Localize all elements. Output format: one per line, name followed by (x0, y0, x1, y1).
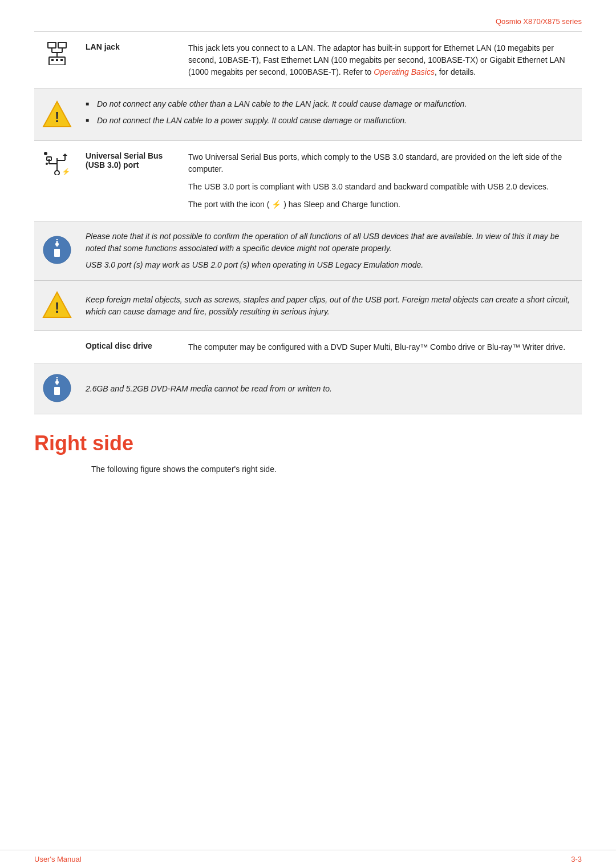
usb-info-content: Please note that it is not possible to c… (80, 221, 582, 281)
svg-rect-0 (48, 42, 56, 48)
usb-desc-1: Two Universal Serial Bus ports, which co… (188, 151, 576, 175)
warning-icon: ! (42, 99, 72, 129)
svg-point-21 (44, 152, 47, 155)
warning-icon-2: ! (42, 290, 72, 320)
dvd-info-icon-cell: i (34, 364, 80, 414)
usb-icon-cell: ⚡ (34, 141, 80, 221)
right-side-heading: Right side (34, 431, 582, 455)
svg-point-20 (46, 163, 48, 165)
lan-jack-row: LAN jack This jack lets you connect to a… (34, 32, 582, 89)
usb-warning-row: ! Keep foreign metal objects, such as sc… (34, 281, 582, 331)
svg-rect-9 (60, 59, 63, 61)
footer: User's Manual 3-3 (0, 850, 616, 868)
usb-info-1: Please note that it is not possible to c… (86, 231, 576, 255)
dvd-info-text: 2.6GB and 5.2GB DVD-RAM media cannot be … (86, 383, 576, 395)
optical-desc-text: The computer may be configured with a DV… (188, 341, 576, 353)
usb-desc-3: The port with the icon ( ⚡ ) has Sleep a… (188, 199, 576, 211)
svg-text:!: ! (55, 108, 60, 126)
usb-info-icon-cell: i (34, 221, 80, 281)
dvd-info-content: 2.6GB and 5.2GB DVD-RAM media cannot be … (80, 364, 582, 414)
svg-text:⚡: ⚡ (62, 167, 70, 175)
usb-icon: ⚡ (43, 151, 71, 175)
lan-icon-cell (34, 32, 80, 89)
right-side-description: The following figure shows the computer'… (34, 465, 582, 474)
footer-left: User's Manual (34, 855, 82, 863)
usb-info-2: USB 3.0 port (s) may work as USB 2.0 por… (86, 259, 576, 271)
lan-jack-label: LAN jack (80, 32, 183, 89)
lan-warning-item-1: Do not connect any cable other than a LA… (86, 98, 576, 110)
usb-row: ⚡ Universal Serial Bus (USB 3.0) port Tw… (34, 141, 582, 221)
usb-warning-icon-cell: ! (34, 281, 80, 331)
svg-rect-31 (54, 387, 60, 395)
dvd-info-row: i 2.6GB and 5.2GB DVD-RAM media cannot b… (34, 364, 582, 414)
svg-point-12 (55, 171, 59, 175)
content-table: LAN jack This jack lets you connect to a… (34, 32, 582, 414)
info-icon-2: i (42, 373, 72, 403)
usb-desc-2: The USB 3.0 port is compliant with USB 3… (188, 181, 576, 193)
optical-label: Optical disc drive (80, 331, 183, 364)
lan-warning-row: ! Do not connect any cable other than a … (34, 89, 582, 141)
usb-warning-content: Keep foreign metal objects, such as scre… (80, 281, 582, 331)
usb-label-text: Universal Serial Bus (USB 3.0) port (86, 151, 163, 169)
optical-desc: The computer may be configured with a DV… (183, 331, 582, 364)
optical-drive-row: Optical disc drive The computer may be c… (34, 331, 582, 364)
footer-right: 3-3 (571, 855, 582, 863)
svg-rect-1 (58, 42, 66, 48)
usb-desc: Two Universal Serial Bus ports, which co… (183, 141, 582, 221)
svg-text:!: ! (55, 299, 60, 316)
brand-label: Qosmio X870/X875 series (34, 17, 582, 26)
svg-rect-16 (47, 157, 51, 160)
svg-rect-25 (54, 249, 60, 257)
lan-warning-content: Do not connect any cable other than a LA… (80, 89, 582, 141)
svg-rect-7 (51, 59, 54, 61)
usb-warning-text: Keep foreign metal objects, such as scre… (86, 294, 576, 318)
usb-label: Universal Serial Bus (USB 3.0) port (80, 141, 183, 221)
optical-icon-cell (34, 331, 80, 364)
lan-jack-desc: This jack lets you connect to a LAN. The… (183, 32, 582, 89)
svg-rect-8 (56, 59, 58, 61)
svg-marker-19 (63, 154, 67, 156)
lan-icon (43, 42, 71, 65)
svg-point-32 (55, 381, 59, 384)
usb-info-row: i Please note that it is not possible to… (34, 221, 582, 281)
operating-basics-link[interactable]: Operating Basics (374, 67, 435, 76)
right-side-section: Right side The following figure shows th… (34, 414, 582, 485)
svg-point-26 (55, 243, 59, 246)
lan-warning-icon-cell: ! (34, 89, 80, 141)
info-icon: i (42, 235, 72, 265)
lan-warning-item-2: Do not connect the LAN cable to a power … (86, 115, 576, 127)
